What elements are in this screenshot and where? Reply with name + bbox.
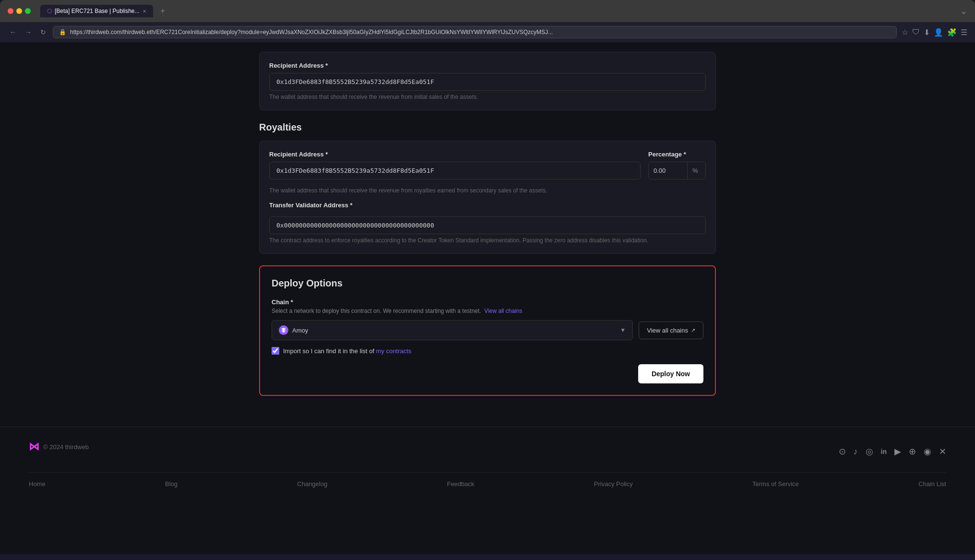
linkedin-icon[interactable]: in [881, 448, 887, 455]
transfer-validator-description: The contract address to enforce royaltie… [269, 237, 706, 244]
deploy-options-section: Deploy Options Chain * Select a network … [259, 265, 716, 396]
active-tab[interactable]: ⬡ [Beta] ERC721 Base | Publishe... ✕ [40, 5, 153, 17]
footer-copyright: © 2024 thirdweb [43, 443, 89, 451]
download-icon[interactable]: ⬇ [924, 28, 930, 37]
reddit-icon[interactable]: ◉ [924, 446, 931, 457]
chain-dropdown[interactable]: Amoy ▼ [272, 320, 633, 340]
view-all-chains-button[interactable]: View all chains ↗ [639, 322, 703, 339]
percentage-symbol: % [687, 162, 703, 179]
browser-navbar: ← → ↻ 🔒 https://thirdweb.com/thirdweb.et… [0, 22, 975, 42]
view-all-chains-link[interactable]: View all chains [484, 308, 522, 314]
forward-button[interactable]: → [23, 26, 34, 38]
window-controls[interactable]: ⌄ [960, 6, 967, 16]
discord-icon[interactable]: ⊕ [909, 446, 916, 457]
percentage-field: Percentage * % [648, 151, 706, 179]
tab-favicon: ⬡ [47, 8, 52, 14]
royalties-recipient-row: Recipient Address * Percentage * % [269, 151, 706, 179]
external-link-icon: ↗ [691, 327, 695, 334]
browser-window: ⬡ [Beta] ERC721 Base | Publishe... ✕ + ⌄… [0, 0, 975, 554]
royalties-section: Royalties Recipient Address * Percentage… [259, 122, 716, 254]
tab-bar: ⬡ [Beta] ERC721 Base | Publishe... ✕ + [40, 5, 954, 17]
footer: ⋈ © 2024 thirdweb ⊙ ♪ ◎ in ▶ ⊕ ◉ ✕ Home … [0, 427, 975, 497]
close-window-button[interactable] [8, 8, 13, 14]
footer-link-home[interactable]: Home [29, 480, 46, 488]
royalties-recipient-input[interactable] [269, 162, 641, 179]
traffic-lights [8, 8, 31, 14]
shield-icon[interactable]: 🛡 [912, 28, 920, 37]
footer-link-changelog[interactable]: Changelog [297, 480, 327, 488]
chain-description: Select a network to deploy this contract… [272, 308, 703, 314]
footer-link-privacy-policy[interactable]: Privacy Policy [594, 480, 633, 488]
deploy-btn-row: Deploy Now [272, 364, 703, 383]
royalties-recipient-description: The wallet address that should receive t… [269, 187, 706, 194]
tab-close-button[interactable]: ✕ [143, 9, 146, 14]
footer-link-chain-list[interactable]: Chain List [918, 480, 946, 488]
footer-brand: ⋈ © 2024 thirdweb [29, 441, 89, 453]
footer-social: ⊙ ♪ ◎ in ▶ ⊕ ◉ ✕ [839, 446, 946, 457]
royalties-card: Recipient Address * Percentage * % The w… [259, 141, 716, 254]
github-icon[interactable]: ⊙ [839, 446, 846, 457]
top-recipient-description: The wallet address that should receive t… [269, 94, 706, 100]
tiktok-icon[interactable]: ♪ [854, 447, 858, 457]
maximize-window-button[interactable] [25, 8, 31, 14]
profile-icon[interactable]: 👤 [934, 28, 943, 37]
percentage-label: Percentage * [648, 151, 706, 158]
deploy-options-title: Deploy Options [272, 278, 703, 289]
chain-selected-name: Amoy [292, 327, 616, 334]
url-text: https://thirdweb.com/thirdweb.eth/ERC721… [70, 29, 553, 36]
percentage-input[interactable] [649, 162, 687, 179]
instagram-icon[interactable]: ◎ [866, 446, 873, 457]
top-recipient-section: Recipient Address * The wallet address t… [259, 52, 716, 110]
transfer-validator-label: Transfer Validator Address * [269, 202, 706, 209]
percentage-input-wrapper: % [648, 162, 706, 179]
lock-icon: 🔒 [59, 29, 66, 36]
content-area: Recipient Address * The wallet address t… [248, 42, 727, 427]
dropdown-arrow-icon: ▼ [620, 327, 626, 334]
footer-main: ⋈ © 2024 thirdweb ⊙ ♪ ◎ in ▶ ⊕ ◉ ✕ [29, 441, 946, 463]
minimize-window-button[interactable] [16, 8, 22, 14]
footer-link-feedback[interactable]: Feedback [447, 480, 474, 488]
browser-actions: ☆ 🛡 ⬇ 👤 🧩 ☰ [902, 28, 967, 37]
footer-link-blog[interactable]: Blog [165, 480, 178, 488]
url-bar[interactable]: 🔒 https://thirdweb.com/thirdweb.eth/ERC7… [53, 26, 897, 38]
twitter-x-icon[interactable]: ✕ [939, 446, 946, 457]
transfer-validator-input[interactable] [269, 216, 706, 234]
chain-label: Chain * [272, 298, 703, 306]
logo-icon: ⋈ [29, 441, 38, 453]
my-contracts-link[interactable]: my contracts [376, 347, 412, 355]
footer-links: Home Blog Changelog Feedback Privacy Pol… [29, 472, 946, 488]
footer-link-terms-of-service[interactable]: Terms of Service [752, 480, 799, 488]
browser-titlebar: ⬡ [Beta] ERC721 Base | Publishe... ✕ + ⌄ [0, 0, 975, 22]
bookmark-icon[interactable]: ☆ [902, 28, 908, 37]
tab-label: [Beta] ERC721 Base | Publishe... [55, 8, 140, 14]
new-tab-button[interactable]: + [157, 7, 169, 15]
royalties-title: Royalties [259, 122, 716, 133]
back-button[interactable]: ← [8, 26, 18, 38]
deploy-now-button[interactable]: Deploy Now [638, 364, 703, 383]
transfer-validator-section: Transfer Validator Address * The contrac… [269, 202, 706, 244]
extensions-icon[interactable]: 🧩 [947, 28, 957, 37]
import-checkbox-row: Import so I can find it in the list of m… [272, 347, 703, 355]
top-recipient-label: Recipient Address * [269, 62, 706, 69]
import-label: Import so I can find it in the list of m… [283, 347, 411, 355]
royalties-recipient-field: Recipient Address * [269, 151, 641, 179]
import-checkbox[interactable] [272, 347, 279, 355]
page-content: Recipient Address * The wallet address t… [0, 42, 975, 554]
menu-icon[interactable]: ☰ [961, 28, 967, 37]
reload-button[interactable]: ↻ [38, 26, 48, 38]
youtube-icon[interactable]: ▶ [894, 446, 901, 457]
royalties-recipient-label: Recipient Address * [269, 151, 641, 158]
chain-selector-row: Amoy ▼ View all chains ↗ [272, 320, 703, 340]
chain-icon [279, 325, 288, 335]
thirdweb-logo: ⋈ [29, 441, 38, 453]
top-recipient-input[interactable] [269, 73, 706, 91]
